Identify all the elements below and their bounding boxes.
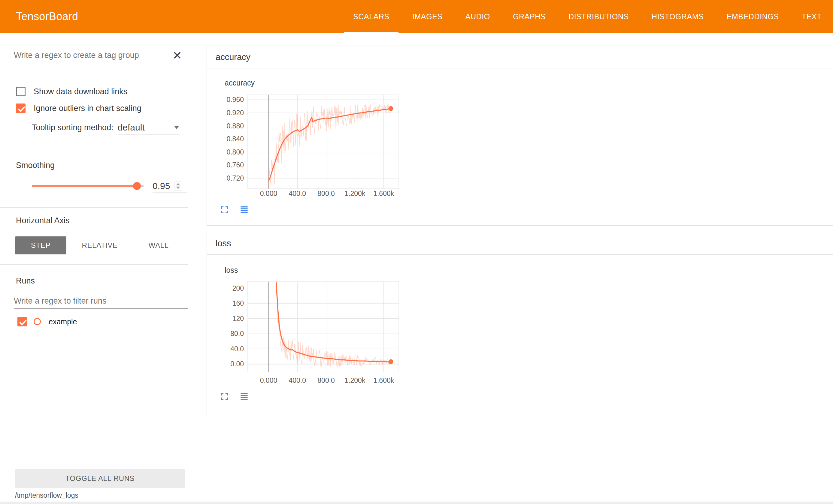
smoothing-value-field [152,179,187,193]
axis-relative-button[interactable]: RELATIVE [82,236,117,254]
tag-filter-row: ✕ [14,48,182,63]
tab-graphs[interactable]: GRAPHS [501,0,557,33]
svg-text:0.000: 0.000 [260,190,278,197]
svg-text:160: 160 [233,299,244,307]
svg-text:400.0: 400.0 [289,190,306,197]
main-content: accuracy accuracy 0.9600.9200.8800.8400.… [188,33,833,504]
divider [0,147,188,147]
tooltip-sorting-value: default [118,122,145,133]
section-header-accuracy[interactable]: accuracy [207,46,833,68]
runs-label: Runs [16,276,188,287]
run-color-ring-icon [33,318,41,325]
svg-text:0.840: 0.840 [227,135,244,143]
axis-wall-button[interactable]: WALL [148,236,169,254]
svg-text:200: 200 [233,284,244,292]
svg-text:0.880: 0.880 [227,122,244,130]
toggle-all-runs-button[interactable]: TOGGLE ALL RUNS [15,469,185,488]
svg-text:0.960: 0.960 [227,96,244,103]
chart-actions [219,391,249,402]
tab-audio[interactable]: AUDIO [454,0,501,33]
number-stepper[interactable] [174,181,182,191]
accuracy-chart[interactable]: 0.9600.9200.8800.8400.8000.7600.7200.000… [213,89,411,208]
run-checkbox-icon [18,317,27,326]
smoothing-value-input[interactable] [152,181,174,191]
top-nav: SCALARS IMAGES AUDIO GRAPHS DISTRIBUTION… [342,0,833,33]
smoothing-slider[interactable] [32,178,144,194]
svg-text:0.800: 0.800 [227,148,244,156]
tab-images[interactable]: IMAGES [401,0,454,33]
checkbox-checked-icon [16,103,26,113]
chart-actions [219,204,249,215]
checkbox-label: Ignore outliers in chart scaling [33,104,141,113]
chart-title-loss: loss [224,266,238,275]
tab-distributions[interactable]: DISTRIBUTIONS [557,0,640,33]
divider [0,207,188,208]
svg-text:0.00: 0.00 [230,360,244,368]
svg-text:800.0: 800.0 [317,377,335,384]
stepper-down-icon[interactable] [176,186,180,189]
smoothing-label: Smoothing [16,161,188,171]
svg-text:80.0: 80.0 [230,330,244,337]
checkbox-icon [16,87,26,96]
run-name: example [49,318,77,326]
svg-text:40.0: 40.0 [230,345,244,353]
app-title: TensorBoard [16,10,78,23]
run-regex-input[interactable] [14,294,188,309]
slider-fill [32,185,137,186]
tag-regex-input[interactable] [14,48,162,63]
horizontal-scrollbar[interactable] [0,502,833,504]
clear-icon[interactable]: ✕ [172,50,182,61]
chevron-down-icon [174,126,179,129]
svg-text:1.600k: 1.600k [373,377,394,384]
horizontal-axis-label: Horizontal Axis [16,216,188,227]
axis-step-button[interactable]: STEP [15,236,66,254]
tab-scalars[interactable]: SCALARS [342,0,401,33]
svg-text:120: 120 [233,315,244,323]
svg-text:0.000: 0.000 [260,377,278,384]
log-directory-path: /tmp/tensorflow_logs [15,492,78,500]
smoothing-row [32,178,188,194]
show-download-links-checkbox[interactable]: Show data download links [16,85,188,98]
tooltip-sorting-row: Tooltip sorting method: default [32,120,188,135]
sidebar: ✕ Show data download links Ignore outlie… [0,33,188,504]
section-header-loss[interactable]: loss [207,232,833,255]
svg-text:1.200k: 1.200k [344,190,365,197]
tooltip-sorting-label: Tooltip sorting method: [32,123,114,132]
horizontal-axis-buttons: STEP RELATIVE WALL [15,236,188,254]
loss-chart[interactable]: 20016012080.040.00.000.000400.0800.01.20… [213,276,411,391]
tab-histograms[interactable]: HISTOGRAMS [640,0,715,33]
svg-text:1.200k: 1.200k [344,377,365,384]
slider-thumb-handle[interactable] [133,182,141,190]
svg-text:0.760: 0.760 [227,161,244,169]
app-header: TensorBoard SCALARS IMAGES AUDIO GRAPHS … [0,0,833,33]
checkbox-label: Show data download links [33,87,127,96]
run-item-example[interactable]: example [18,316,188,327]
svg-text:400.0: 400.0 [289,377,306,384]
divider [0,264,188,264]
svg-text:0.720: 0.720 [227,174,244,182]
ignore-outliers-checkbox[interactable]: Ignore outliers in chart scaling [16,102,188,114]
tab-text[interactable]: TEXT [790,0,833,33]
accuracy-card: accuracy accuracy 0.9600.9200.8800.8400.… [207,46,833,226]
stepper-up-icon[interactable] [176,183,180,185]
tooltip-sorting-select[interactable]: default [118,121,180,134]
expand-chart-icon[interactable] [219,204,230,215]
loss-card: loss loss 20016012080.040.00.000.000400.… [207,232,833,417]
run-filter-row [14,294,188,309]
chart-data-list-icon[interactable] [239,391,249,402]
tab-embeddings[interactable]: EMBEDDINGS [715,0,790,33]
chart-title-accuracy: accuracy [224,79,255,87]
svg-text:0.920: 0.920 [227,109,244,117]
svg-text:800.0: 800.0 [317,190,335,197]
svg-text:1.600k: 1.600k [373,190,394,197]
chart-data-list-icon[interactable] [239,204,249,215]
expand-chart-icon[interactable] [219,391,230,402]
